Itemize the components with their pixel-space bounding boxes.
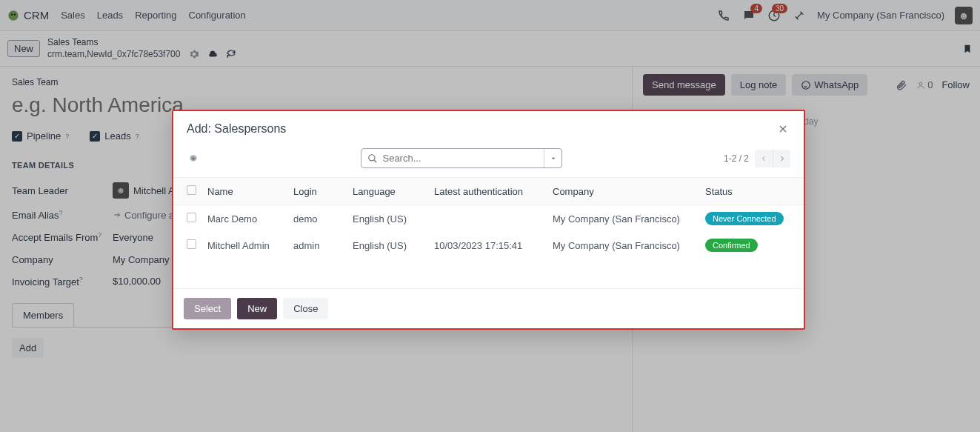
- svg-point-7: [369, 154, 375, 160]
- cell-auth: 10/03/2023 17:15:41: [434, 240, 553, 251]
- pager-text[interactable]: 1-2 / 2: [724, 153, 749, 164]
- add-salespersons-modal: Add: Salespersons 1-2 / 2: [172, 110, 805, 330]
- chevron-left-icon: [759, 154, 768, 163]
- cell-status: Confirmed: [705, 239, 790, 252]
- col-company[interactable]: Company: [553, 186, 705, 197]
- cell-language: English (US): [353, 240, 434, 251]
- col-auth[interactable]: Latest authentication: [434, 186, 553, 197]
- cell-company: My Company (San Francisco): [553, 240, 705, 251]
- status-badge: Confirmed: [705, 239, 758, 252]
- cell-status: Never Connected: [705, 212, 790, 225]
- search-input[interactable]: [382, 153, 538, 164]
- table-row[interactable]: Mitchell AdminadminEnglish (US)10/03/202…: [173, 232, 804, 259]
- modal-title: Add: Salespersons: [187, 122, 286, 136]
- col-name[interactable]: Name: [207, 186, 293, 197]
- cell-login: demo: [293, 213, 353, 225]
- status-badge: Never Connected: [705, 212, 784, 225]
- cell-language: English (US): [353, 213, 434, 225]
- pager-prev[interactable]: [755, 150, 773, 167]
- close-icon[interactable]: [776, 122, 790, 136]
- salespersons-table: Name Login Language Latest authenticatio…: [173, 177, 804, 259]
- col-language[interactable]: Language: [353, 186, 434, 197]
- col-login[interactable]: Login: [293, 186, 353, 197]
- gear-icon[interactable]: [187, 152, 200, 165]
- new-record-button[interactable]: New: [237, 298, 277, 319]
- search-dropdown-toggle[interactable]: [544, 149, 561, 167]
- chevron-right-icon: [778, 154, 787, 163]
- select-all-checkbox[interactable]: [187, 185, 196, 195]
- table-row[interactable]: Marc DemodemoEnglish (US)My Company (San…: [173, 205, 804, 232]
- pager-next[interactable]: [773, 150, 790, 167]
- search-field[interactable]: [361, 148, 562, 168]
- select-button[interactable]: Select: [184, 298, 231, 319]
- cell-name: Marc Demo: [207, 213, 293, 225]
- cell-login: admin: [293, 240, 353, 251]
- cell-company: My Company (San Francisco): [553, 213, 705, 225]
- table-header: Name Login Language Latest authenticatio…: [173, 177, 804, 205]
- search-icon: [367, 153, 378, 164]
- caret-down-icon: [550, 155, 557, 162]
- row-checkbox[interactable]: [187, 239, 196, 249]
- row-checkbox[interactable]: [187, 213, 196, 222]
- cell-name: Mitchell Admin: [207, 240, 293, 251]
- col-status[interactable]: Status: [705, 186, 790, 197]
- close-button[interactable]: Close: [283, 298, 328, 319]
